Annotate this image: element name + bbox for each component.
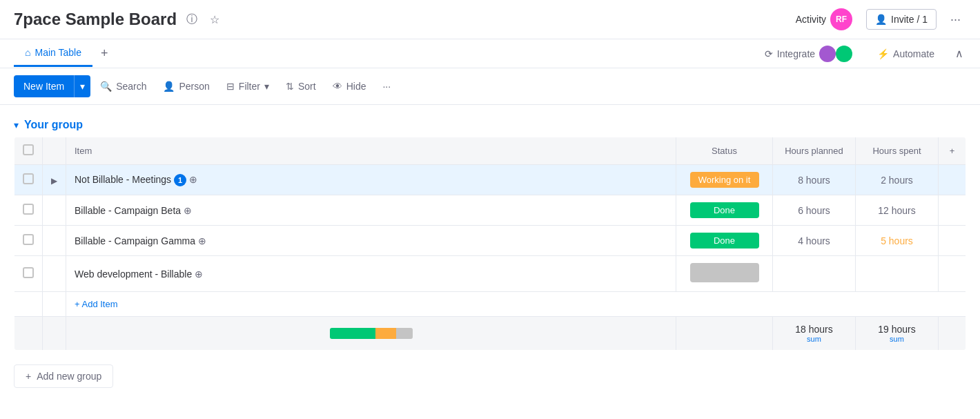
person-label: Person: [179, 81, 209, 92]
invite-button[interactable]: 👤 Invite / 1: [866, 9, 937, 30]
sort-button[interactable]: ⇅ Sort: [279, 77, 323, 96]
row-add-2: [939, 195, 966, 226]
row-checkbox-1[interactable]: [14, 165, 43, 195]
sort-icon: ⇅: [286, 81, 294, 92]
more-toolbar-icon: ···: [382, 81, 391, 92]
row-status-4[interactable]: [676, 256, 773, 292]
new-item-label[interactable]: New Item: [14, 75, 74, 97]
sum-hours-spent-value: 19 hours: [878, 324, 915, 335]
clock-icon[interactable]: ⊕: [184, 205, 192, 216]
collapse-button[interactable]: ∧: [952, 44, 966, 63]
status-badge: Done: [690, 202, 759, 218]
row-hours-spent-3: 5 hours: [856, 226, 939, 256]
clock-icon[interactable]: ⊕: [189, 174, 197, 185]
row-status-3[interactable]: Done: [676, 226, 773, 256]
integrate-avatars: [819, 46, 852, 62]
row-add-4: [939, 256, 966, 292]
item-name: Billable - Campaign Beta: [75, 205, 181, 216]
row-status-1[interactable]: Working on it: [676, 165, 773, 195]
sum-hours-planned-label: sum: [781, 335, 847, 343]
sum-hours-planned: 18 hours sum: [773, 317, 856, 351]
integrate-icon: ⟳: [765, 48, 773, 59]
home-icon: ⌂: [25, 47, 30, 58]
row-expand-3[interactable]: [43, 226, 66, 256]
header-checkbox[interactable]: [14, 137, 43, 165]
header-item: Item: [66, 137, 676, 165]
more-options-button[interactable]: ···: [945, 10, 966, 30]
table-row: Billable - Campaign Gamma ⊕Done4 hours5 …: [14, 226, 966, 256]
filter-label: Filter: [239, 81, 260, 92]
person-icon: 👤: [875, 14, 887, 25]
add-tab-button[interactable]: +: [95, 39, 114, 68]
row-add-1: [939, 165, 966, 195]
more-toolbar-button[interactable]: ···: [375, 77, 398, 96]
add-new-group-button[interactable]: + Add new group: [14, 364, 113, 388]
checkbox[interactable]: [23, 204, 34, 215]
automate-action[interactable]: ⚡ Automate: [870, 44, 941, 64]
new-item-button[interactable]: New Item ▾: [14, 75, 90, 97]
add-item-row[interactable]: + Add Item: [14, 292, 966, 317]
star-icon-button[interactable]: ☆: [207, 10, 222, 29]
new-item-arrow-icon[interactable]: ▾: [74, 75, 90, 97]
filter-button[interactable]: ⊟ Filter ▾: [219, 77, 276, 96]
hide-button[interactable]: 👁 Hide: [326, 77, 373, 96]
avatar-2: [836, 46, 852, 62]
person-filter-icon: 👤: [163, 81, 175, 92]
tab-bar: ⌂ Main Table + ⟳ Integrate ⚡ Automate ∧: [0, 39, 980, 68]
add-item-cell[interactable]: + Add Item: [66, 292, 966, 317]
sum-row: 18 hours sum 19 hours sum: [14, 317, 966, 351]
filter-arrow-icon: ▾: [264, 81, 269, 92]
sum-hours-spent-label: sum: [864, 335, 930, 343]
hide-icon: 👁: [333, 81, 342, 92]
row-hours-planned-2: 6 hours: [773, 195, 856, 226]
sum-status: [676, 317, 773, 351]
row-item-3: Billable - Campaign Gamma ⊕: [66, 226, 676, 256]
checkbox[interactable]: [23, 234, 34, 245]
top-bar-right: Activity RF 👤 Invite / 1 ···: [790, 6, 966, 33]
row-hours-planned-3: 4 hours: [773, 226, 856, 256]
search-button[interactable]: 🔍 Search: [93, 77, 153, 96]
clock-icon[interactable]: ⊕: [195, 269, 203, 280]
activity-button[interactable]: Activity RF: [790, 6, 858, 33]
pb-gray: [396, 328, 413, 339]
header-hours-spent: Hours spent: [856, 137, 939, 165]
avatar-1: [819, 46, 836, 62]
integrate-action[interactable]: ⟳ Integrate: [758, 41, 859, 66]
table-row: Billable - Campaign Beta ⊕Done6 hours12 …: [14, 195, 966, 226]
table-row: Web development - Billable ⊕: [14, 256, 966, 292]
tab-main-table[interactable]: ⌂ Main Table: [14, 40, 92, 67]
header-add-col[interactable]: +: [939, 137, 966, 165]
row-status-2[interactable]: Done: [676, 195, 773, 226]
row-checkbox-4[interactable]: [14, 256, 43, 292]
header-expand: [43, 137, 66, 165]
sum-hours-planned-value: 18 hours: [795, 324, 832, 335]
item-name: Not Billable - Meetings: [75, 174, 171, 185]
activity-label: Activity: [796, 14, 826, 25]
row-hours-planned-1: 8 hours: [773, 165, 856, 195]
expand-arrow-icon[interactable]: ▶: [51, 176, 57, 186]
row-hours-spent-1: 2 hours: [856, 165, 939, 195]
automate-label: Automate: [893, 48, 934, 59]
filter-icon: ⊟: [226, 81, 235, 92]
clock-icon[interactable]: ⊕: [198, 235, 206, 246]
search-icon: 🔍: [100, 81, 112, 92]
header-status: Status: [676, 137, 773, 165]
info-icon-button[interactable]: ⓘ: [184, 10, 200, 30]
item-name: Billable - Campaign Gamma: [75, 235, 195, 246]
status-badge: Working on it: [690, 172, 759, 188]
row-expand-4[interactable]: [43, 256, 66, 292]
pb-orange: [375, 328, 396, 339]
row-checkbox-3[interactable]: [14, 226, 43, 256]
group-title: Your group: [24, 119, 83, 131]
sum-check: [14, 317, 43, 351]
checkbox[interactable]: [23, 173, 34, 184]
row-expand-1[interactable]: ▶: [43, 165, 66, 195]
group-header[interactable]: ▾ Your group: [14, 119, 966, 131]
group-chevron-icon: ▾: [14, 119, 19, 130]
checkbox[interactable]: [23, 267, 34, 278]
hide-label: Hide: [346, 81, 366, 92]
row-expand-2[interactable]: [43, 195, 66, 226]
tab-bar-right: ⟳ Integrate ⚡ Automate ∧: [758, 41, 966, 66]
row-checkbox-2[interactable]: [14, 195, 43, 226]
person-filter-button[interactable]: 👤 Person: [156, 77, 216, 96]
